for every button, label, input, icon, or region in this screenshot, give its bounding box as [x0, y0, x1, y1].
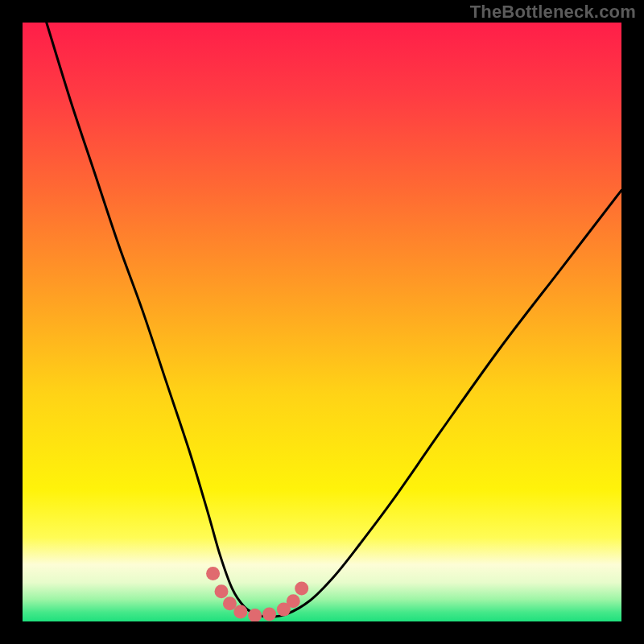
plot-area [23, 23, 621, 621]
highlight-dot [233, 605, 247, 619]
bottleneck-curve [23, 23, 621, 621]
highlight-dot [206, 567, 220, 580]
highlight-dot [223, 597, 237, 610]
highlight-dot [215, 584, 229, 598]
chart-frame: TheBottleneck.com [0, 0, 644, 644]
highlight-dot [295, 582, 308, 596]
attribution-label: TheBottleneck.com [470, 2, 636, 23]
highlight-dot [287, 594, 300, 608]
highlight-dot [262, 608, 276, 621]
